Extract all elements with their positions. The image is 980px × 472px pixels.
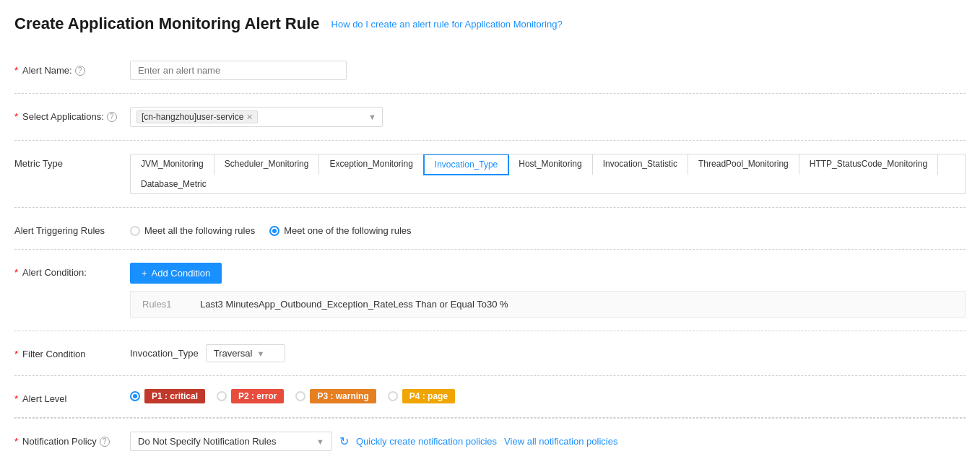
notification-policy-section: Notification Policy ? Do Not Specify Not… <box>14 419 966 464</box>
quick-create-link[interactable]: Quickly create notification policies <box>356 436 497 447</box>
metric-tab-exception[interactable]: Exception_Monitoring <box>319 154 423 175</box>
alert-condition-section: Alert Condition: + Add Condition Rules1L… <box>14 250 966 331</box>
radio-circle-all <box>130 226 140 236</box>
metric-type-content: JVM_MonitoringScheduler_MonitoringExcept… <box>130 154 966 194</box>
alert-name-content <box>130 61 966 80</box>
alert-triggering-label: Alert Triggering Rules <box>14 221 130 236</box>
alert-level-group: P1 : criticalP2 : errorP3 : warningP4 : … <box>130 389 966 403</box>
alert-triggering-section: Alert Triggering Rules Meet all the foll… <box>14 208 966 250</box>
alert-level-p2[interactable]: P2 : error <box>217 389 284 403</box>
filter-condition-label: Filter Condition <box>14 344 130 359</box>
filter-type-label: Invocation_Type <box>130 348 199 359</box>
table-row: Rules1Last3 MinutesApp_Outbound_Exceptio… <box>131 292 965 317</box>
alert-level-content: P1 : criticalP2 : errorP3 : warningP4 : … <box>130 389 966 403</box>
applications-select[interactable]: [cn-hangzhou]user-service ✕ ▼ <box>130 107 383 127</box>
alert-condition-label: Alert Condition: <box>14 263 130 278</box>
alert-level-p1[interactable]: P1 : critical <box>130 389 205 403</box>
alert-name-label: Alert Name: ? <box>14 61 130 76</box>
select-applications-info-icon[interactable]: ? <box>107 112 117 122</box>
applications-dropdown-icon: ▼ <box>368 113 376 121</box>
plus-icon: + <box>142 268 147 279</box>
metric-tab-http_statuscode[interactable]: HTTP_StatusCode_Monitoring <box>799 154 938 175</box>
help-link[interactable]: How do I create an alert rule for Applic… <box>331 19 563 30</box>
filter-row: Invocation_Type Traversal ▼ <box>130 344 966 362</box>
metric-tab-invocation_type[interactable]: Invocation_Type <box>423 154 509 175</box>
filter-condition-section: Filter Condition Invocation_Type Travers… <box>14 331 966 376</box>
notification-dropdown-icon: ▼ <box>316 437 324 446</box>
metric-type-label: Metric Type <box>14 154 130 169</box>
rule-description: Last3 MinutesApp_Outbound_Exception_Rate… <box>200 299 508 310</box>
metric-tab-host[interactable]: Host_Monitoring <box>508 154 592 175</box>
select-applications-label: Select Applications: ? <box>14 107 130 122</box>
radio-all[interactable]: Meet all the following rules <box>130 225 255 236</box>
select-applications-section: Select Applications: ? [cn-hangzhou]user… <box>14 94 966 141</box>
remove-application-tag[interactable]: ✕ <box>246 113 253 122</box>
alert-level-section: Alert Level P1 : criticalP2 : errorP3 : … <box>14 376 966 418</box>
alert-name-section: Alert Name: ? <box>14 48 966 94</box>
filter-value-select[interactable]: Traversal ▼ <box>206 344 285 362</box>
alert-name-info-icon[interactable]: ? <box>75 66 85 76</box>
alert-level-badge-p4: P4 : page <box>402 389 455 403</box>
alert-level-radio-p1 <box>130 391 140 401</box>
metric-tab-database_metric[interactable]: Database_Metric <box>131 175 217 193</box>
notification-policy-label: Notification Policy ? <box>14 432 130 447</box>
notification-policy-content: Do Not Specify Notification Rules ▼ ↻ Qu… <box>130 432 966 451</box>
alert-level-p3[interactable]: P3 : warning <box>295 389 376 403</box>
alert-level-radio-p2 <box>217 391 227 401</box>
metric-type-section: Metric Type JVM_MonitoringScheduler_Moni… <box>14 141 966 208</box>
rules-table: Rules1Last3 MinutesApp_Outbound_Exceptio… <box>130 291 966 318</box>
filter-dropdown-icon: ▼ <box>256 349 264 358</box>
alert-level-badge-p2: P2 : error <box>231 389 284 403</box>
add-condition-button[interactable]: + Add Condition <box>130 263 222 284</box>
radio-circle-one <box>269 226 279 236</box>
metric-tab-threadpool[interactable]: ThreadPool_Monitoring <box>688 154 799 175</box>
rule-name: Rules1 <box>142 299 186 310</box>
select-applications-content: [cn-hangzhou]user-service ✕ ▼ <box>130 107 966 127</box>
selected-application-tag: [cn-hangzhou]user-service ✕ <box>136 110 258 123</box>
alert-condition-content: + Add Condition Rules1Last3 MinutesApp_O… <box>130 263 966 318</box>
alert-level-label: Alert Level <box>14 389 130 404</box>
advanced-alert-section[interactable]: Advanced Alert Settings ∧ <box>14 464 966 472</box>
refresh-icon[interactable]: ↻ <box>339 434 349 448</box>
alert-level-radio-p3 <box>295 391 305 401</box>
alert-level-badge-p3: P3 : warning <box>310 389 376 403</box>
metric-tabs: JVM_MonitoringScheduler_MonitoringExcept… <box>130 154 966 194</box>
alert-triggering-content: Meet all the following rulesMeet one of … <box>130 221 966 236</box>
filter-condition-content: Invocation_Type Traversal ▼ <box>130 344 966 362</box>
metric-tab-jvm[interactable]: JVM_Monitoring <box>131 154 214 175</box>
alert-level-radio-p4 <box>388 391 398 401</box>
notification-policy-select[interactable]: Do Not Specify Notification Rules ▼ <box>130 432 332 451</box>
notification-policy-info-icon[interactable]: ? <box>100 437 110 447</box>
alert-level-badge-p1: P1 : critical <box>144 389 205 403</box>
metric-tab-scheduler[interactable]: Scheduler_Monitoring <box>214 154 320 175</box>
view-all-link[interactable]: View all notification policies <box>504 436 617 447</box>
metric-tab-invocation_statistic[interactable]: Invocation_Statistic <box>593 154 688 175</box>
alert-level-p4[interactable]: P4 : page <box>388 389 455 403</box>
title-row: Create Application Monitoring Alert Rule… <box>14 14 966 33</box>
alert-name-input[interactable] <box>130 61 347 80</box>
page-title: Create Application Monitoring Alert Rule <box>14 14 320 33</box>
alert-triggering-radio-group: Meet all the following rulesMeet one of … <box>130 221 966 236</box>
notification-row: Do Not Specify Notification Rules ▼ ↻ Qu… <box>130 432 966 451</box>
radio-one[interactable]: Meet one of the following rules <box>269 225 411 236</box>
